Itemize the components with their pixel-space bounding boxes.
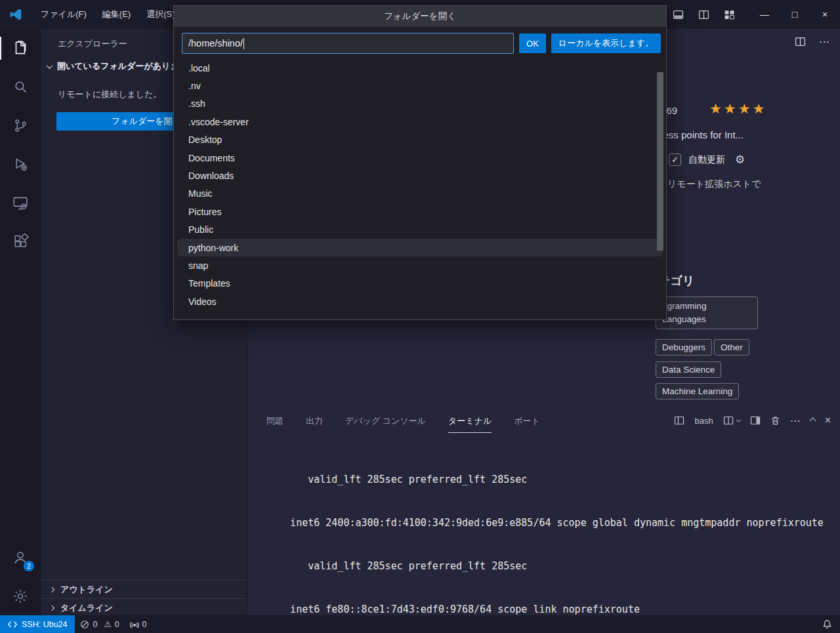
- terminal-text: inet6 2400:a300:fd:4100:342:9ded:6e9:e88…: [266, 517, 824, 529]
- tab-problems[interactable]: 問題: [266, 409, 284, 433]
- terminal-profile-icon[interactable]: [674, 415, 684, 426]
- folder-item[interactable]: Public: [174, 221, 666, 239]
- folder-item[interactable]: Downloads: [174, 167, 666, 184]
- minimize-button[interactable]: —: [749, 0, 780, 29]
- toggle-panel-icon[interactable]: [673, 9, 684, 20]
- terminal-line: inet6 2400:a300:fd:4100:342:9ded:6e9:e88…: [248, 516, 840, 530]
- activitybar-explorer-icon[interactable]: [0, 29, 41, 68]
- ports-count: 0: [142, 620, 147, 629]
- activitybar-search-icon[interactable]: [0, 68, 41, 106]
- activitybar-source-control-icon[interactable]: [0, 106, 41, 145]
- notifications-bell-icon[interactable]: [822, 619, 832, 629]
- open-terminal-editor-icon[interactable]: [750, 415, 761, 426]
- terminal-line: valid_lft 285sec preferred_lft 285sec: [248, 472, 840, 487]
- extension-rating-stars[interactable]: ★★★★: [709, 101, 766, 117]
- folder-item-selected[interactable]: python-work: [177, 239, 663, 256]
- menu-bar: ファイル(F) 編集(E) 選択(S): [33, 5, 183, 24]
- accounts-badge: 2: [24, 561, 34, 571]
- dialog-title: フォルダーを開く: [174, 6, 666, 27]
- category-tag-machine-learning[interactable]: Machine Learning: [656, 383, 739, 399]
- chevron-down-icon: [47, 62, 53, 69]
- folder-item[interactable]: .vscode-server: [174, 113, 666, 131]
- folder-path-input[interactable]: /home/shino/: [182, 33, 514, 54]
- kill-terminal-trash-icon[interactable]: [770, 415, 780, 426]
- terminal[interactable]: valid_lft 285sec preferred_lft 285sec in…: [248, 443, 840, 615]
- dialog-input-row: /home/shino/ OK ローカルを表示します。: [174, 27, 666, 58]
- open-folder-dialog: フォルダーを開く /home/shino/ OK ローカルを表示します。 .lo…: [173, 5, 667, 320]
- remote-connected-message: リモートに接続しました。: [58, 89, 161, 100]
- auto-update-label: 自動更新: [688, 154, 725, 166]
- folder-path-value: /home/shino/: [188, 38, 243, 49]
- tab-debug-console[interactable]: デバッグ コンソール: [345, 409, 426, 433]
- folder-item[interactable]: Desktop: [174, 131, 666, 149]
- menu-edit[interactable]: 編集(E): [94, 5, 138, 24]
- show-local-button[interactable]: ローカルを表示します。: [551, 33, 661, 53]
- close-button[interactable]: ×: [810, 0, 840, 29]
- menu-file[interactable]: ファイル(F): [33, 5, 94, 24]
- terminal-text: valid_lft 285sec preferred_lft 285sec: [266, 560, 527, 572]
- folder-item[interactable]: Music: [174, 185, 666, 203]
- panel-header: 問題 出力 デバッグ コンソール ターミナル ポート bash: [248, 408, 840, 433]
- maximize-panel-chevron-icon[interactable]: [809, 417, 816, 424]
- error-count: 0: [93, 620, 97, 629]
- folder-list: .local .nv .ssh .vscode-server Desktop D…: [174, 58, 666, 310]
- terminal-text: inet6 fe80::8ce1:7d43:edf0:9768/64 scope…: [266, 603, 640, 615]
- category-tag-programming-languages[interactable]: ogramming Languages: [656, 296, 758, 329]
- sidebar-section-outline[interactable]: アウトライン: [41, 580, 247, 598]
- chevron-down-icon: [736, 417, 741, 422]
- sidebar-title: エクスプローラー: [58, 38, 127, 50]
- category-tag-debuggers[interactable]: Debuggers: [656, 339, 712, 356]
- folder-item[interactable]: Documents: [174, 149, 666, 167]
- customize-layout-icon[interactable]: [724, 9, 735, 20]
- errors-icon: [80, 620, 89, 629]
- editor-more-actions-icon[interactable]: ⋯: [819, 35, 830, 48]
- category-tag-data-science[interactable]: Data Science: [656, 361, 721, 378]
- folder-item[interactable]: .local: [174, 59, 666, 77]
- folder-item[interactable]: Templates: [174, 275, 666, 293]
- terminal-text: valid_lft 285sec preferred_lft 285sec: [266, 474, 527, 485]
- remote-label: SSH: Ubu24: [22, 620, 67, 629]
- warnings-icon: ⚠: [104, 619, 111, 629]
- panel-more-actions-icon[interactable]: ⋯: [790, 415, 801, 427]
- accounts-icon[interactable]: 2: [0, 538, 41, 577]
- activitybar-remote-explorer-icon[interactable]: [0, 184, 41, 222]
- activitybar-extensions-icon[interactable]: [0, 222, 41, 261]
- close-panel-icon[interactable]: ×: [825, 415, 831, 426]
- folder-item[interactable]: snap: [174, 256, 666, 274]
- folder-item[interactable]: .ssh: [174, 95, 666, 113]
- ports-status[interactable]: 0: [125, 620, 152, 629]
- tab-output[interactable]: 出力: [306, 409, 323, 433]
- sidebar-section-timeline[interactable]: タイムライン: [41, 598, 247, 617]
- status-bar: SSH: Ubu24 0 ⚠ 0 0: [0, 615, 840, 633]
- activity-bar: 2: [0, 29, 41, 615]
- terminal-line: valid_lft 285sec preferred_lft 285sec: [248, 559, 840, 573]
- activitybar-run-debug-icon[interactable]: [0, 145, 41, 184]
- folder-item[interactable]: Videos: [174, 293, 666, 310]
- maximize-button[interactable]: □: [780, 0, 810, 29]
- folder-item[interactable]: Pictures: [174, 203, 666, 220]
- extension-settings-gear-icon[interactable]: ⚙: [735, 153, 745, 167]
- dialog-scrollbar[interactable]: [657, 72, 663, 251]
- timeline-label: タイムライン: [60, 602, 113, 614]
- chevron-right-icon: [49, 605, 54, 610]
- split-terminal-icon[interactable]: [723, 415, 740, 426]
- tab-terminal[interactable]: ターミナル: [448, 409, 492, 433]
- split-layout-icon[interactable]: [698, 9, 709, 20]
- category-tag-other[interactable]: Other: [714, 339, 749, 356]
- remote-indicator[interactable]: SSH: Ubu24: [0, 615, 75, 633]
- bottom-panel: 問題 出力 デバッグ コンソール ターミナル ポート bash: [248, 408, 840, 615]
- extension-description: cess points for Int...: [658, 129, 744, 140]
- settings-gear-icon[interactable]: [0, 577, 41, 615]
- ok-button[interactable]: OK: [519, 33, 546, 53]
- vscode-logo-icon: [9, 8, 22, 21]
- tab-ports[interactable]: ポート: [514, 409, 540, 433]
- problems-status[interactable]: 0 ⚠ 0: [75, 619, 124, 629]
- split-editor-icon[interactable]: [795, 36, 806, 47]
- remote-icon: [8, 620, 17, 629]
- extension-host-note: 。リモート拡張ホストで: [658, 178, 761, 190]
- auto-update-checkbox[interactable]: ✓: [669, 153, 681, 166]
- shell-label[interactable]: bash: [694, 416, 713, 426]
- broadcast-icon: [130, 620, 139, 629]
- folder-item[interactable]: .nv: [174, 77, 666, 94]
- auto-update-row: ✓ 自動更新 ⚙: [669, 153, 745, 167]
